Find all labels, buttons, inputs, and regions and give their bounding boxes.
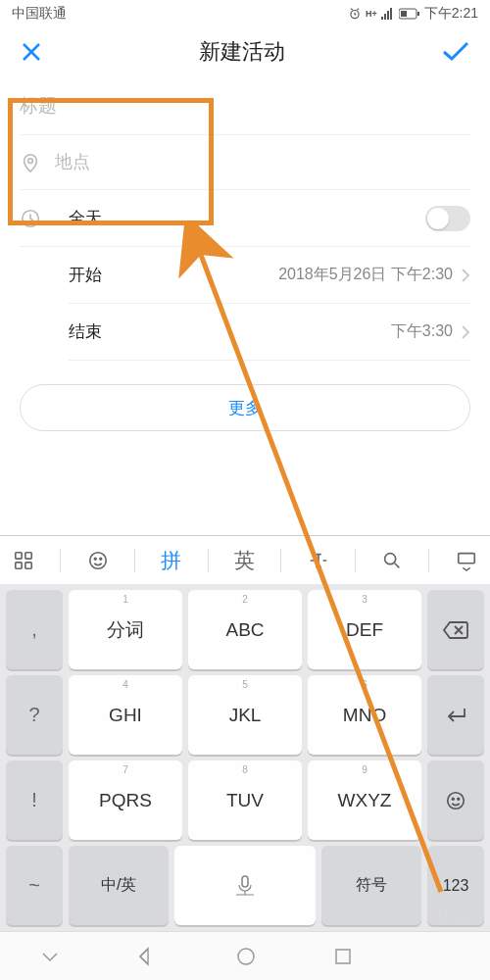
svg-point-11 [94, 558, 96, 560]
svg-rect-2 [401, 11, 407, 17]
keyboard: , 1分词 2ABC 3DEF ? 4GHI 5JKL 6MNO ! 7PQRS… [0, 584, 490, 931]
allday-label: 全天 [69, 207, 425, 229]
event-form: 全天 开始 2018年5月26日 下午2:30 结束 下午3:30 更多 [0, 76, 490, 431]
cursor-icon[interactable] [308, 550, 329, 571]
key-emoji[interactable] [427, 760, 484, 840]
network-icon: H+ [366, 9, 377, 19]
title-field [20, 76, 470, 135]
confirm-icon[interactable] [441, 40, 470, 64]
nav-bar: 新建活动 [0, 27, 490, 76]
end-row[interactable]: 结束 下午3:30 [69, 304, 470, 361]
signal-icon [381, 8, 395, 20]
battery-icon [399, 8, 420, 20]
emoji-icon[interactable] [87, 550, 109, 571]
backspace-icon [442, 620, 469, 640]
close-icon[interactable] [20, 40, 43, 64]
alarm-icon [348, 7, 362, 21]
search-kb-icon[interactable] [381, 550, 403, 571]
key-exclaim[interactable]: ! [6, 760, 63, 840]
enter-icon [443, 706, 468, 725]
key-2[interactable]: 2ABC [188, 590, 302, 669]
system-nav [0, 931, 490, 980]
key-1[interactable]: 1分词 [69, 590, 182, 669]
key-9[interactable]: 9WXYZ [308, 760, 421, 840]
svg-rect-3 [417, 12, 419, 16]
svg-point-15 [448, 792, 465, 808]
svg-rect-9 [25, 562, 31, 567]
key-123[interactable]: 123 [427, 846, 484, 925]
key-symbol[interactable]: 符号 [321, 846, 421, 925]
key-enter[interactable] [427, 675, 484, 755]
start-row[interactable]: 开始 2018年5月26日 下午2:30 [69, 247, 470, 304]
svg-rect-14 [458, 553, 474, 563]
allday-row: 全天 [20, 190, 470, 247]
status-right: H+ 下午2:21 [348, 5, 478, 23]
svg-rect-18 [242, 876, 248, 887]
key-space[interactable] [174, 846, 315, 925]
location-input[interactable] [55, 152, 470, 172]
svg-point-16 [452, 798, 454, 800]
svg-point-12 [100, 558, 102, 560]
key-comma[interactable]: , [6, 590, 63, 669]
time-label: 下午2:21 [424, 5, 478, 23]
key-8[interactable]: 8TUV [188, 760, 302, 840]
emoji-key-icon [445, 790, 466, 811]
clock-icon [20, 208, 41, 229]
english-mode[interactable]: 英 [234, 547, 255, 574]
key-7[interactable]: 7PQRS [69, 760, 182, 840]
nav-recent-icon[interactable] [334, 948, 352, 965]
svg-rect-8 [16, 562, 22, 567]
key-4[interactable]: 4GHI [69, 675, 182, 755]
svg-rect-7 [25, 552, 31, 558]
grid-icon[interactable] [13, 550, 34, 571]
svg-point-13 [385, 553, 396, 564]
svg-rect-20 [336, 950, 350, 963]
start-label: 开始 [69, 264, 278, 286]
svg-point-4 [28, 158, 33, 163]
chevron-right-icon [461, 268, 470, 283]
more-button[interactable]: 更多 [20, 384, 470, 431]
svg-point-10 [89, 552, 106, 568]
keyboard-hide-icon[interactable] [456, 550, 477, 571]
mic-icon [236, 875, 254, 897]
key-question[interactable]: ? [6, 675, 63, 755]
nav-collapse-icon[interactable] [39, 948, 61, 965]
page-title: 新建活动 [199, 37, 285, 67]
svg-point-17 [458, 798, 460, 800]
status-bar: 中国联通 H+ 下午2:21 [0, 0, 490, 27]
allday-toggle[interactable] [425, 206, 470, 231]
location-field [20, 135, 470, 190]
keyboard-toolbar: 拼 英 [0, 535, 490, 584]
end-label: 结束 [69, 320, 391, 343]
key-6[interactable]: 6MNO [308, 675, 421, 755]
pinyin-mode[interactable]: 拼 [161, 547, 181, 574]
location-icon [20, 152, 41, 173]
title-input[interactable] [20, 95, 470, 117]
nav-home-icon[interactable] [236, 947, 256, 966]
svg-point-19 [238, 949, 254, 964]
key-tilde[interactable]: ~ [6, 846, 63, 925]
chevron-right-icon [461, 324, 470, 340]
svg-rect-6 [16, 552, 22, 558]
carrier-label: 中国联通 [12, 5, 67, 23]
key-backspace[interactable] [427, 590, 484, 669]
nav-back-icon[interactable] [138, 947, 158, 966]
end-value: 下午3:30 [391, 321, 453, 342]
key-3[interactable]: 3DEF [308, 590, 421, 669]
key-5[interactable]: 5JKL [188, 675, 302, 755]
start-value: 2018年5月26日 下午2:30 [278, 265, 453, 285]
key-lang[interactable]: 中/英 [69, 846, 169, 925]
